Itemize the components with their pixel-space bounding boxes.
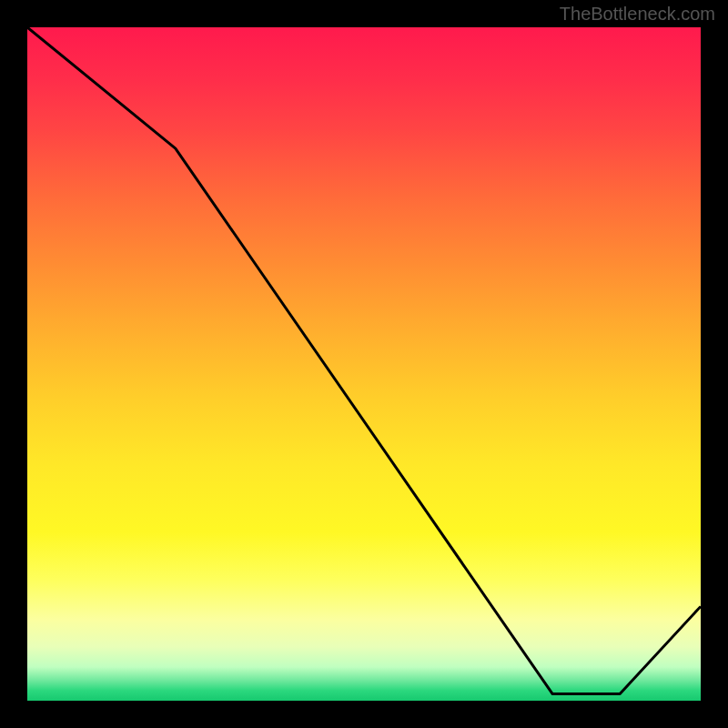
chart-plot-area xyxy=(27,27,701,701)
bottleneck-curve xyxy=(27,27,701,694)
watermark-text: TheBottleneck.com xyxy=(560,4,715,25)
chart-line-svg xyxy=(27,27,701,701)
